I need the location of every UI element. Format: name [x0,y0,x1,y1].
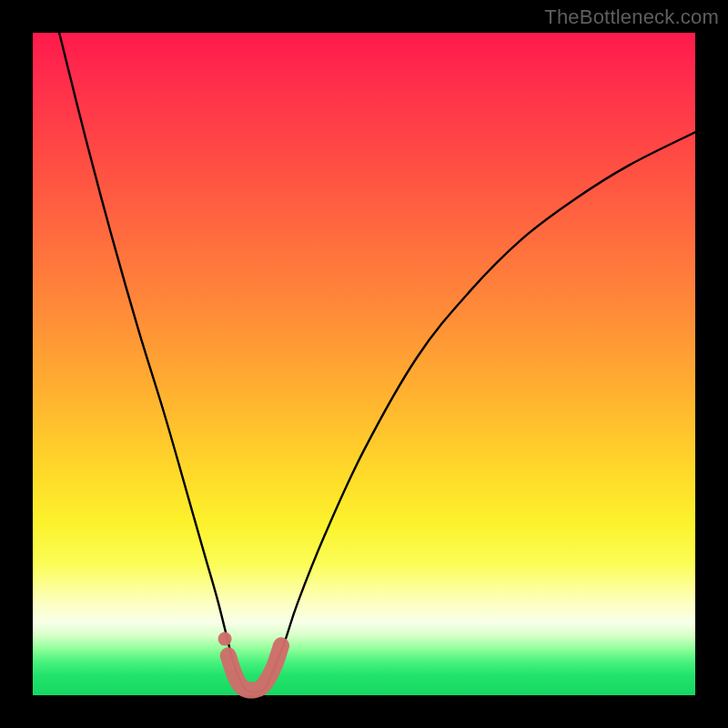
chart-svg [33,33,695,695]
bottleneck-curve [59,33,695,693]
highlight-dot [218,632,232,646]
watermark-text: TheBottleneck.com [544,5,719,29]
highlight-band [228,645,281,690]
plot-area [33,33,695,695]
chart-frame: TheBottleneck.com [0,0,728,728]
